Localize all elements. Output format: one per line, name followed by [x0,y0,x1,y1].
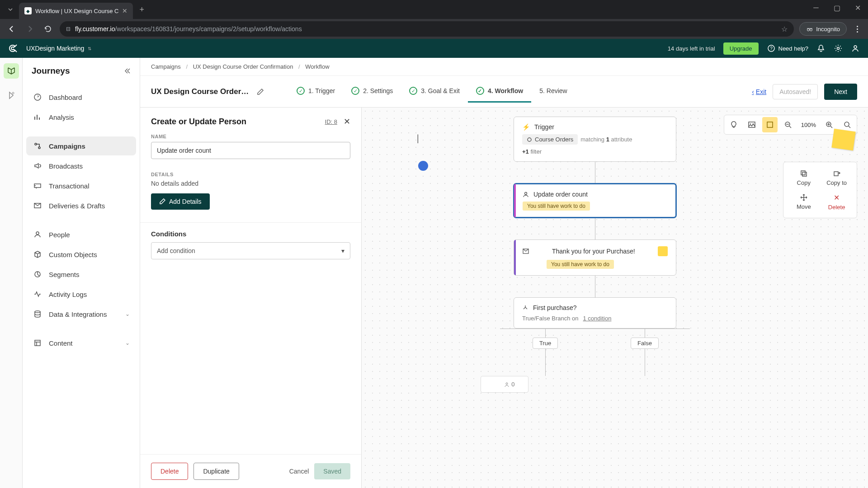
step-trigger[interactable]: ✓ 1. Trigger [288,80,343,103]
move-button[interactable]: Move [788,191,819,213]
nav-segments[interactable]: Segments [26,265,136,284]
delay-node[interactable]: ay 0 [481,376,529,393]
trigger-filter[interactable]: +1 filter [522,148,668,155]
browser-reload-button[interactable] [42,23,54,35]
step-workflow[interactable]: ✓ 4. Workflow [468,80,531,103]
need-help-button[interactable]: ? Need help? [767,44,809,53]
update-person-node[interactable]: Update order count You still have work t… [514,183,676,218]
copy-to-button[interactable]: Copy to [821,167,852,189]
browser-back-button[interactable] [5,23,18,35]
notifications-icon[interactable] [816,44,826,53]
step-review[interactable]: 5. Review [531,81,575,102]
workspace-selector[interactable]: UXDesign Marketing ⇅ [26,45,91,52]
trigger-node[interactable]: ⚡ Trigger Course Orders matching 1 attri… [514,117,676,162]
new-tab-button[interactable]: + [135,5,149,14]
edit-panel: Create or Update Person ID: 8 ✕ NAME DET… [140,108,362,488]
name-input[interactable] [151,142,350,159]
cancel-link[interactable]: Cancel [289,468,309,475]
svg-rect-22 [801,171,805,175]
move-icon [800,193,808,202]
close-panel-icon[interactable]: ✕ [344,117,350,127]
warning-badge: You still have work to do [547,260,614,269]
nav-custom-objects[interactable]: Custom Objects [26,245,136,264]
step-goal-exit[interactable]: ✓ 3. Goal & Exit [401,80,468,103]
branch-icon [522,305,528,311]
breadcrumb-campaign-name[interactable]: UX Design Course Order Confirmation [193,63,293,70]
delete-button[interactable]: Delete [151,463,188,480]
browser-tab[interactable]: ◆ Workflow | UX Design Course C ✕ [19,3,133,19]
add-details-button[interactable]: Add Details [151,193,210,210]
url-bar[interactable]: ⊟ fly.customer.io/workspaces/160831/jour… [60,21,794,37]
branch-node[interactable]: First purchase? True/False Branch on 1 c… [514,297,676,328]
chevron-left-icon: ‹ [752,88,754,95]
idea-icon[interactable] [726,117,741,132]
rail-journeys-icon[interactable] [4,63,19,79]
workflow-title: UX Design Course Order Confir... [151,87,250,96]
browser-forward-button[interactable] [24,23,36,35]
next-button[interactable]: Next [824,84,857,100]
duplicate-button[interactable]: Duplicate [193,463,239,480]
workflow-canvas[interactable]: 100% Copy Copy to [362,108,868,488]
svg-rect-24 [834,172,838,176]
campaigns-icon [33,141,42,151]
image-icon[interactable] [744,117,760,132]
edit-title-icon[interactable] [257,88,264,95]
email-node[interactable]: Thank you for your Purchase! You still h… [514,239,676,276]
svg-rect-18 [767,122,773,127]
name-label: NAME [151,134,350,139]
svg-point-28 [506,383,508,385]
window-maximize[interactable]: ▢ [826,0,847,15]
panel-id-link[interactable]: ID: 8 [325,118,337,125]
browser-menu-button[interactable] [852,26,863,33]
delete-node-button[interactable]: ✕ Delete [821,191,852,213]
nav-deliveries[interactable]: Deliveries & Drafts [26,196,136,215]
nav-broadcasts[interactable]: Broadcasts [26,156,136,175]
check-icon: ✓ [409,87,417,95]
bolt-icon: ⚡ [522,123,530,131]
copy-button[interactable]: Copy [788,167,819,189]
breadcrumb-workflow[interactable]: Workflow [305,63,329,70]
zoom-out-icon[interactable] [780,117,796,132]
site-settings-icon[interactable]: ⊟ [66,26,71,32]
incognito-badge[interactable]: Incognito [799,22,847,36]
deliveries-icon [33,201,42,211]
bookmark-icon[interactable]: ☆ [781,25,788,33]
app-logo-icon[interactable] [8,43,18,53]
branch-false-label[interactable]: False [631,338,659,349]
conditions-title: Conditions [151,230,350,238]
nav-dashboard[interactable]: Dashboard [26,88,136,107]
sidebar: Journeys Dashboard Analysis Campaigns [23,58,140,488]
note-icon[interactable] [762,117,778,132]
node-action-toolbar: Copy Copy to Move ✕ Delete [783,162,857,218]
nav-content[interactable]: Content ⌄ [26,333,136,352]
chevron-updown-icon: ⇅ [88,46,91,51]
delete-icon: ✕ [834,193,840,202]
breadcrumb-campaigns[interactable]: Campaigns [151,63,181,70]
nav-campaigns[interactable]: Campaigns [26,136,136,155]
copy-to-icon [833,169,841,178]
add-condition-select[interactable]: Add condition ▾ [151,242,350,259]
upgrade-button[interactable]: Upgrade [723,42,759,55]
nav-transactional[interactable]: Transactional [26,176,136,195]
transactional-icon [33,181,42,191]
tab-search-dropdown[interactable] [4,3,17,16]
text-cursor-icon: │ [416,135,416,144]
sticky-note[interactable] [831,129,855,150]
exit-link[interactable]: ‹ Exit [752,88,766,95]
content-icon [33,338,42,348]
rail-item-icon[interactable] [4,88,19,103]
nav-analysis[interactable]: Analysis [26,108,136,127]
nav-data-integrations[interactable]: Data & Integrations ⌄ [26,305,136,324]
window-close[interactable]: ✕ [847,0,868,15]
nav-people[interactable]: People [26,225,136,244]
collapse-sidebar-icon[interactable] [123,67,131,75]
profile-icon[interactable] [851,44,860,53]
branch-true-label[interactable]: True [533,338,558,349]
broadcasts-icon [33,161,42,171]
tab-title: Workflow | UX Design Course C [35,8,118,14]
window-minimize[interactable]: ─ [806,0,826,15]
nav-activity-logs[interactable]: Activity Logs [26,285,136,304]
settings-icon[interactable] [834,44,843,53]
tab-close-icon[interactable]: ✕ [122,7,127,14]
step-settings[interactable]: ✓ 2. Settings [343,80,401,103]
